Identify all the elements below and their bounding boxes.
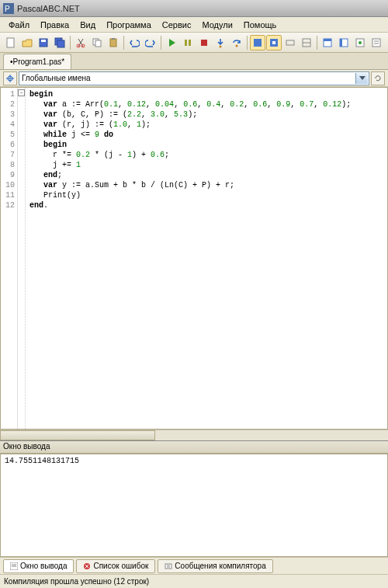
- svg-rect-4: [41, 40, 46, 42]
- app-icon: P: [3, 3, 14, 14]
- svg-rect-10: [95, 40, 101, 47]
- menu-edit[interactable]: Правка: [35, 19, 74, 31]
- mode-b-icon[interactable]: [266, 35, 282, 50]
- toggle-2-icon[interactable]: [299, 35, 314, 50]
- scope-combo-label: Глобальные имена: [22, 74, 91, 82]
- tab-errors[interactable]: Список ошибок: [76, 559, 155, 573]
- window-1-icon[interactable]: [320, 35, 335, 50]
- save-all-icon[interactable]: [52, 35, 68, 50]
- svg-point-17: [236, 44, 238, 47]
- toolbar: [0, 33, 388, 53]
- app-title: PascalABC.NET: [17, 4, 80, 13]
- save-icon[interactable]: [36, 35, 51, 50]
- svg-rect-18: [254, 39, 262, 47]
- bottom-tab-bar: Окно вывода Список ошибок Сообщения комп…: [0, 557, 388, 574]
- mode-a-icon[interactable]: [250, 35, 265, 50]
- tab-messages-label: Сообщения компилятора: [175, 562, 265, 570]
- step-into-icon[interactable]: [213, 35, 228, 50]
- window-3-icon[interactable]: [352, 35, 368, 50]
- line-numbers: 123456789101112: [1, 88, 18, 429]
- file-tab[interactable]: •Program1.pas*: [3, 54, 71, 69]
- file-tab-label: •Program1.pas*: [10, 57, 64, 66]
- svg-rect-11: [110, 39, 116, 47]
- svg-point-29: [359, 41, 362, 44]
- stop-icon[interactable]: [196, 35, 212, 50]
- menu-help[interactable]: Помощь: [238, 19, 282, 31]
- svg-point-16: [220, 45, 222, 47]
- output-header: Окно вывода: [0, 441, 388, 454]
- menu-view[interactable]: Вид: [74, 19, 101, 31]
- copy-icon[interactable]: [89, 35, 105, 50]
- svg-point-8: [81, 44, 85, 47]
- svg-rect-30: [372, 39, 380, 47]
- window-2-icon[interactable]: [336, 35, 352, 50]
- svg-rect-27: [340, 39, 342, 47]
- menu-program[interactable]: Программа: [101, 19, 157, 31]
- menu-bar: Файл Правка Вид Программа Сервис Модули …: [0, 17, 388, 33]
- open-file-icon[interactable]: [19, 35, 35, 50]
- svg-text:P: P: [5, 5, 10, 13]
- svg-rect-42: [165, 564, 171, 569]
- svg-rect-21: [286, 40, 294, 45]
- scope-bar: Глобальные имена: [0, 70, 388, 87]
- tab-messages[interactable]: Сообщения компилятора: [158, 559, 272, 573]
- toggle-1-icon[interactable]: [282, 35, 298, 50]
- scope-combo[interactable]: Глобальные имена: [19, 71, 369, 85]
- menu-modules[interactable]: Модули: [196, 19, 237, 31]
- output-pane: Окно вывода 14.7551148131715: [0, 440, 388, 557]
- menu-service[interactable]: Сервис: [157, 19, 197, 31]
- step-over-icon[interactable]: [229, 35, 244, 50]
- redo-icon[interactable]: [143, 35, 158, 50]
- new-file-icon[interactable]: [3, 35, 19, 50]
- run-icon[interactable]: [164, 35, 179, 50]
- window-4-icon[interactable]: [369, 35, 384, 50]
- file-tab-bar: •Program1.pas*: [0, 53, 388, 70]
- undo-icon[interactable]: [126, 35, 142, 50]
- svg-point-7: [77, 44, 80, 47]
- svg-rect-2: [7, 38, 14, 47]
- errors-icon: [83, 562, 91, 570]
- chevron-down-icon: [355, 73, 368, 84]
- scope-refresh-icon[interactable]: [371, 71, 385, 85]
- fold-column: −: [18, 88, 26, 429]
- messages-icon: [165, 562, 172, 570]
- status-text: Компиляция прошла успешно (12 строк): [4, 577, 149, 586]
- svg-rect-12: [112, 38, 115, 40]
- status-bar: Компиляция прошла успешно (12 строк): [0, 574, 388, 588]
- svg-rect-6: [57, 40, 64, 47]
- editor-hscroll[interactable]: [0, 430, 388, 440]
- cut-icon[interactable]: [73, 35, 88, 50]
- titlebar: P PascalABC.NET: [0, 0, 388, 17]
- menu-file[interactable]: Файл: [3, 19, 35, 31]
- svg-rect-20: [272, 41, 275, 44]
- paste-icon[interactable]: [106, 35, 121, 50]
- tab-errors-label: Список ошибок: [93, 562, 148, 570]
- output-body[interactable]: 14.7551148131715: [0, 454, 388, 557]
- tab-output[interactable]: Окно вывода: [3, 559, 74, 573]
- tab-output-label: Окно вывода: [20, 562, 67, 570]
- svg-rect-14: [189, 40, 191, 46]
- pause-icon[interactable]: [180, 35, 196, 50]
- fold-toggle-icon[interactable]: −: [18, 89, 25, 96]
- svg-rect-13: [185, 40, 187, 46]
- scope-nav-icon[interactable]: [3, 71, 17, 85]
- code-editor[interactable]: 123456789101112 − begin var a := Arr(0.1…: [0, 87, 388, 430]
- code-area[interactable]: begin var a := Arr(0.1, 0.12, 0.04, 0.6,…: [26, 88, 387, 429]
- svg-rect-15: [201, 40, 207, 46]
- svg-rect-25: [324, 39, 331, 41]
- output-icon: [10, 562, 18, 570]
